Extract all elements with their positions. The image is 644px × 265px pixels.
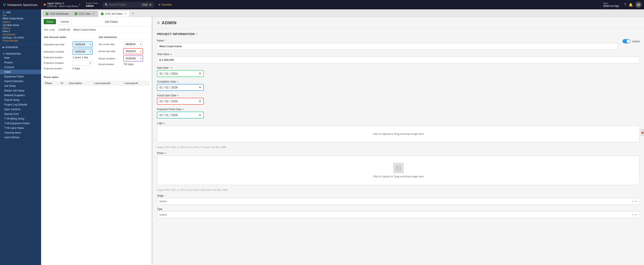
type-select[interactable]: Select ✕ ▼: [157, 211, 640, 218]
estimated-complete-dropdown[interactable]: ▼: [89, 51, 91, 53]
project-selector[interactable]: Agave Demo 2 12345-00 - West Coast Arena…: [42, 0, 83, 9]
logo-upload-box[interactable]: Click to Upload or Drag and drop image h…: [157, 125, 640, 143]
sidebar-item-dates[interactable]: Dates: [0, 69, 41, 74]
total-value-input[interactable]: [157, 57, 640, 63]
project-status-dot: [44, 3, 46, 6]
projected-finish-help-icon[interactable]: ●: [182, 108, 184, 111]
overview-title[interactable]: ▶ OVERVIEW: [0, 45, 41, 49]
total-value-help-icon[interactable]: ●: [170, 52, 172, 56]
sidebar-item-project-log-defaults[interactable]: Project Log Defaults: [0, 102, 41, 107]
estimated-duration-label: Estimated duration: [44, 56, 71, 59]
projected-finish-box[interactable]: ✕: [157, 112, 204, 118]
sidebar-item-main[interactable]: Main: [0, 55, 41, 60]
sidebar-item-job-setup[interactable]: Job Setup: [0, 84, 41, 88]
phase-col-phase: Phase: [44, 81, 60, 85]
completion-date-input[interactable]: [160, 86, 198, 89]
actual-complete-input[interactable]: [124, 56, 140, 61]
start-date-help-icon[interactable]: ●: [171, 66, 172, 69]
tab-close-job-dates[interactable]: ✕: [124, 12, 127, 15]
notifications-icon[interactable]: 🔔: [629, 3, 633, 7]
tab-close-jobs[interactable]: ✕: [92, 12, 95, 15]
app-logo[interactable]: V Viewpoint Spectrum.: [0, 0, 42, 9]
actual-start-date-box[interactable]: ✕: [157, 98, 204, 105]
sidebar-item-tm-billing-setup[interactable]: T+M Billing Setup: [0, 116, 41, 121]
sidebar-item-spec-sections[interactable]: Spec Sections: [0, 107, 41, 112]
job-create-input[interactable]: [124, 42, 140, 46]
job-section-title[interactable]: ▼ JOB: [2, 11, 38, 13]
photo-help-icon[interactable]: ●: [164, 151, 166, 155]
sidebar-item-tm-labor-rates[interactable]: T+M Labor Rates: [0, 126, 41, 130]
save-button[interactable]: Save: [44, 19, 56, 24]
actual-start-help-icon[interactable]: ●: [177, 94, 179, 97]
milestones-section: Job milestones Job create date ▼ Actual …: [98, 36, 149, 71]
estimated-start-input[interactable]: [74, 42, 89, 46]
job-section-label: JOB: [6, 11, 11, 13]
collapse-icon: ◀: [641, 131, 643, 134]
type-dropdown-icon[interactable]: ▼: [635, 213, 638, 216]
active-toggle[interactable]: Active: [622, 39, 640, 43]
tab-ccd-jobs[interactable]: ✓ CCD Jobs ✕: [72, 11, 98, 16]
tab-add-button[interactable]: +: [130, 11, 136, 17]
name-input[interactable]: [157, 43, 618, 49]
stage-clear-icon[interactable]: ✕: [632, 200, 634, 203]
actual-start-label: Actual start date: [98, 50, 122, 52]
sidebar-item-special-cost[interactable]: Special Cost: [0, 112, 41, 116]
projected-complete-dropdown[interactable]: ▼: [89, 62, 91, 64]
stage-select[interactable]: Select ✕ ▼: [157, 198, 640, 205]
projected-finish-clear[interactable]: ✕: [199, 113, 201, 117]
sidebar-item-import-estimates[interactable]: Import Estimates: [0, 79, 41, 84]
photo-upload-hint: Image (JPG, PNG, or GIF) must be 200 x 1…: [157, 189, 640, 191]
favorites-button[interactable]: ★ Favorites: [158, 3, 172, 6]
sidebar-item-phases[interactable]: Phases: [0, 60, 41, 65]
tab-ccd-dashboard[interactable]: ✓ CCD Dashboard: [43, 11, 71, 16]
estimated-start-dropdown[interactable]: ▼: [89, 43, 91, 46]
properties-title[interactable]: ▼ PROPERTIES: [0, 51, 41, 55]
sidebar-item-equipment-rates[interactable]: Equipment Rates: [0, 74, 41, 79]
projected-finish-input[interactable]: [160, 113, 198, 117]
projected-finish-group: Projected Finish Date ● ✕: [157, 108, 640, 118]
actual-complete-dropdown[interactable]: ▼: [140, 57, 142, 60]
actual-start-clear[interactable]: ✕: [199, 100, 201, 103]
phase-dates-section: Phase dates Phase Ct Description Last pr…: [41, 74, 152, 87]
start-date-input[interactable]: [160, 72, 198, 75]
start-date-clear[interactable]: ✕: [199, 72, 201, 75]
sidebar-item-contacts[interactable]: Contacts: [0, 65, 41, 69]
start-date-box[interactable]: ✕: [157, 70, 204, 77]
logo-group: Logo ● Click to Upload or Drag and drop …: [157, 121, 640, 148]
actual-start-date-input[interactable]: [160, 100, 198, 103]
estimated-complete-input[interactable]: [74, 49, 89, 54]
photo-upload-box[interactable]: Click to Upload or Drag and drop image h…: [157, 155, 640, 185]
search-input[interactable]: [109, 3, 141, 6]
sidebar-item-tracking-items[interactable]: Tracking Items: [0, 130, 41, 135]
toggle-track[interactable]: [622, 39, 630, 43]
actual-start-input[interactable]: [124, 49, 140, 53]
search-bar[interactable]: 🔍 Cmd K: [103, 2, 154, 7]
completion-date-clear[interactable]: ✕: [199, 86, 201, 89]
admin-header: ⚙ ADMIN: [153, 17, 644, 29]
panel-title: Job Dates: [74, 20, 149, 23]
admin-title: ADMIN: [162, 20, 177, 25]
project-info-help-icon[interactable]: ?: [196, 32, 198, 36]
projected-complete-input[interactable]: [74, 61, 89, 65]
check-icon-jobs: ✓: [76, 13, 77, 15]
sidebar-item-master-job-setup[interactable]: Master Job Setup: [0, 88, 41, 93]
user-avatar[interactable]: JA: [636, 2, 642, 8]
apps-selector[interactable]: Apps Select an App: [600, 0, 622, 9]
cancel-button[interactable]: Cancel: [58, 19, 72, 24]
tools-selector[interactable]: Project Tools Admin: [83, 0, 101, 9]
stage-dropdown-icon[interactable]: ▼: [635, 200, 638, 203]
completion-date-help-icon[interactable]: ●: [177, 80, 178, 83]
sidebar-item-material-suppliers[interactable]: Material Suppliers: [0, 93, 41, 98]
job-create-dropdown[interactable]: ▼: [140, 43, 142, 45]
sidebar-item-user-defined[interactable]: User-Defined: [0, 135, 41, 140]
tab-ccd-job-dates[interactable]: ✓ CCD Job Dates ✕: [98, 11, 130, 17]
right-collapse-button[interactable]: ◀: [640, 129, 644, 136]
type-clear-icon[interactable]: ✕: [632, 213, 634, 216]
completion-date-box[interactable]: ✕: [157, 84, 204, 91]
sidebar-item-payroll-setup[interactable]: Payroll Setup: [0, 98, 41, 102]
chevron-down-icon: ▼: [2, 11, 5, 13]
logo-help-icon[interactable]: ●: [163, 121, 165, 125]
actual-start-dropdown[interactable]: ▼: [140, 50, 142, 52]
sidebar-item-tm-equipment-rates[interactable]: T+M Equipment Rates: [0, 121, 41, 126]
help-icon[interactable]: ?: [624, 3, 626, 6]
